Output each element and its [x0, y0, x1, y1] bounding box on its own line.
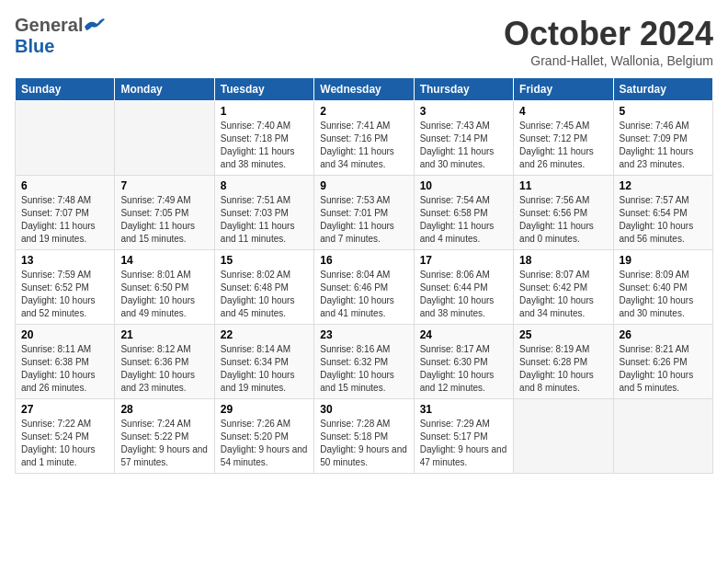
day-info: Sunrise: 8:02 AMSunset: 6:48 PMDaylight:… — [221, 269, 308, 320]
day-number: 12 — [620, 179, 707, 192]
calendar-cell — [613, 399, 712, 474]
day-number: 17 — [420, 254, 507, 267]
calendar-cell: 19Sunrise: 8:09 AMSunset: 6:40 PMDayligh… — [613, 250, 712, 325]
day-number: 31 — [420, 403, 507, 416]
calendar-cell: 8Sunrise: 7:51 AMSunset: 7:03 PMDaylight… — [214, 176, 313, 250]
calendar-cell: 21Sunrise: 8:12 AMSunset: 6:36 PMDayligh… — [115, 325, 214, 399]
logo-part1: General — [15, 15, 83, 36]
calendar-cell: 14Sunrise: 8:01 AMSunset: 6:50 PMDayligh… — [115, 250, 214, 325]
day-info: Sunrise: 8:07 AMSunset: 6:42 PMDaylight:… — [519, 269, 607, 320]
calendar-cell: 3Sunrise: 7:43 AMSunset: 7:14 PMDaylight… — [414, 101, 513, 176]
day-number: 22 — [221, 328, 308, 341]
calendar-week-5: 27Sunrise: 7:22 AMSunset: 5:24 PMDayligh… — [16, 399, 713, 474]
day-number: 13 — [21, 254, 108, 267]
calendar-cell: 4Sunrise: 7:45 AMSunset: 7:12 PMDaylight… — [514, 101, 613, 176]
calendar-cell: 31Sunrise: 7:29 AMSunset: 5:17 PMDayligh… — [414, 399, 513, 474]
title-section: October 2024 Grand-Hallet, Wallonia, Bel… — [504, 15, 713, 68]
calendar-cell: 6Sunrise: 7:48 AMSunset: 7:07 PMDaylight… — [16, 176, 115, 250]
weekday-header-thursday: Thursday — [414, 78, 513, 101]
day-info: Sunrise: 7:24 AMSunset: 5:22 PMDaylight:… — [120, 418, 208, 469]
calendar-cell: 30Sunrise: 7:28 AMSunset: 5:18 PMDayligh… — [314, 399, 414, 474]
calendar-cell: 24Sunrise: 8:17 AMSunset: 6:30 PMDayligh… — [414, 325, 513, 399]
calendar-cell: 22Sunrise: 8:14 AMSunset: 6:34 PMDayligh… — [214, 325, 313, 399]
day-info: Sunrise: 8:17 AMSunset: 6:30 PMDaylight:… — [420, 343, 507, 395]
day-info: Sunrise: 8:21 AMSunset: 6:26 PMDaylight:… — [620, 343, 707, 395]
day-number: 24 — [420, 328, 507, 341]
day-info: Sunrise: 8:06 AMSunset: 6:44 PMDaylight:… — [420, 269, 507, 320]
weekday-header-friday: Friday — [514, 78, 613, 101]
day-info: Sunrise: 8:12 AMSunset: 6:36 PMDaylight:… — [120, 343, 208, 395]
day-info: Sunrise: 8:14 AMSunset: 6:34 PMDaylight:… — [221, 343, 308, 395]
day-info: Sunrise: 7:26 AMSunset: 5:20 PMDaylight:… — [221, 418, 308, 469]
calendar-cell: 28Sunrise: 7:24 AMSunset: 5:22 PMDayligh… — [115, 399, 214, 474]
day-number: 14 — [120, 254, 208, 267]
day-info: Sunrise: 7:45 AMSunset: 7:12 PMDaylight:… — [519, 120, 607, 171]
day-number: 4 — [519, 105, 607, 118]
day-number: 23 — [320, 328, 407, 341]
calendar-cell: 16Sunrise: 8:04 AMSunset: 6:46 PMDayligh… — [314, 250, 414, 325]
day-info: Sunrise: 8:11 AMSunset: 6:38 PMDaylight:… — [21, 343, 108, 395]
page-header: General Blue October 2024 Grand-Hallet, … — [15, 15, 713, 68]
day-number: 18 — [519, 254, 607, 267]
calendar-cell: 25Sunrise: 8:19 AMSunset: 6:28 PMDayligh… — [514, 325, 613, 399]
day-number: 10 — [420, 179, 507, 192]
day-info: Sunrise: 8:09 AMSunset: 6:40 PMDaylight:… — [620, 269, 707, 320]
day-number: 11 — [519, 179, 607, 192]
day-info: Sunrise: 7:48 AMSunset: 7:07 PMDaylight:… — [21, 194, 108, 246]
day-number: 6 — [21, 179, 108, 192]
weekday-header-saturday: Saturday — [613, 78, 712, 101]
day-number: 28 — [120, 403, 208, 416]
weekday-header-wednesday: Wednesday — [314, 78, 414, 101]
calendar-cell: 26Sunrise: 8:21 AMSunset: 6:26 PMDayligh… — [613, 325, 712, 399]
day-number: 9 — [320, 179, 407, 192]
day-info: Sunrise: 7:46 AMSunset: 7:09 PMDaylight:… — [620, 120, 707, 171]
day-number: 21 — [120, 328, 208, 341]
day-number: 25 — [519, 328, 607, 341]
day-info: Sunrise: 7:22 AMSunset: 5:24 PMDaylight:… — [21, 418, 108, 469]
month-title: October 2024 — [504, 15, 713, 53]
calendar-cell — [16, 101, 115, 176]
calendar-week-3: 13Sunrise: 7:59 AMSunset: 6:52 PMDayligh… — [16, 250, 713, 325]
day-number: 15 — [221, 254, 308, 267]
calendar-cell: 1Sunrise: 7:40 AMSunset: 7:18 PMDaylight… — [214, 101, 313, 176]
calendar-cell — [514, 399, 613, 474]
day-number: 29 — [221, 403, 308, 416]
calendar-cell: 29Sunrise: 7:26 AMSunset: 5:20 PMDayligh… — [214, 399, 313, 474]
calendar-cell: 2Sunrise: 7:41 AMSunset: 7:16 PMDaylight… — [314, 101, 414, 176]
calendar-week-4: 20Sunrise: 8:11 AMSunset: 6:38 PMDayligh… — [16, 325, 713, 399]
calendar-cell: 7Sunrise: 7:49 AMSunset: 7:05 PMDaylight… — [115, 176, 214, 250]
day-number: 5 — [620, 105, 707, 118]
calendar-table: SundayMondayTuesdayWednesdayThursdayFrid… — [15, 77, 713, 474]
day-number: 20 — [21, 328, 108, 341]
day-number: 19 — [620, 254, 707, 267]
day-number: 16 — [320, 254, 407, 267]
day-info: Sunrise: 8:19 AMSunset: 6:28 PMDaylight:… — [519, 343, 607, 395]
calendar-week-2: 6Sunrise: 7:48 AMSunset: 7:07 PMDaylight… — [16, 176, 713, 250]
day-info: Sunrise: 7:59 AMSunset: 6:52 PMDaylight:… — [21, 269, 108, 320]
calendar-body: 1Sunrise: 7:40 AMSunset: 7:18 PMDaylight… — [16, 101, 713, 474]
calendar-cell — [115, 101, 214, 176]
calendar-week-1: 1Sunrise: 7:40 AMSunset: 7:18 PMDaylight… — [16, 101, 713, 176]
calendar-header-row: SundayMondayTuesdayWednesdayThursdayFrid… — [16, 78, 713, 101]
day-info: Sunrise: 7:57 AMSunset: 6:54 PMDaylight:… — [620, 194, 707, 246]
calendar-cell: 9Sunrise: 7:53 AMSunset: 7:01 PMDaylight… — [314, 176, 414, 250]
day-info: Sunrise: 8:04 AMSunset: 6:46 PMDaylight:… — [320, 269, 407, 320]
day-number: 30 — [320, 403, 407, 416]
calendar-cell: 18Sunrise: 8:07 AMSunset: 6:42 PMDayligh… — [514, 250, 613, 325]
logo: General Blue — [15, 15, 105, 57]
calendar-cell: 10Sunrise: 7:54 AMSunset: 6:58 PMDayligh… — [414, 176, 513, 250]
logo-part2: Blue — [15, 36, 54, 56]
weekday-header-sunday: Sunday — [16, 78, 115, 101]
day-info: Sunrise: 8:01 AMSunset: 6:50 PMDaylight:… — [120, 269, 208, 320]
day-number: 27 — [21, 403, 108, 416]
day-info: Sunrise: 7:29 AMSunset: 5:17 PMDaylight:… — [420, 418, 507, 469]
location-subtitle: Grand-Hallet, Wallonia, Belgium — [504, 53, 713, 68]
day-number: 1 — [221, 105, 308, 118]
day-info: Sunrise: 7:28 AMSunset: 5:18 PMDaylight:… — [320, 418, 407, 469]
day-info: Sunrise: 7:56 AMSunset: 6:56 PMDaylight:… — [519, 194, 607, 246]
calendar-cell: 5Sunrise: 7:46 AMSunset: 7:09 PMDaylight… — [613, 101, 712, 176]
day-info: Sunrise: 7:54 AMSunset: 6:58 PMDaylight:… — [420, 194, 507, 246]
day-info: Sunrise: 7:49 AMSunset: 7:05 PMDaylight:… — [120, 194, 208, 246]
day-number: 8 — [221, 179, 308, 192]
day-info: Sunrise: 7:53 AMSunset: 7:01 PMDaylight:… — [320, 194, 407, 246]
